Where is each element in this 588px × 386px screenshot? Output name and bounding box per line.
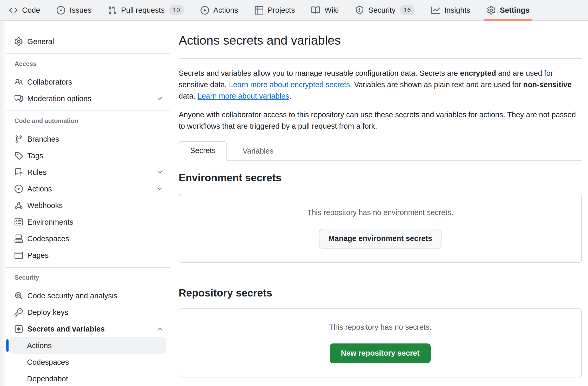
sidebar-section-access: Access xyxy=(0,60,177,67)
nav-tab-settings[interactable]: Settings xyxy=(482,0,535,20)
nav-tab-label: Code xyxy=(22,6,40,15)
description-paragraph-2: Anyone with collaborator access to this … xyxy=(179,109,582,132)
chevron-down-icon xyxy=(156,169,163,176)
sidebar-item-label: Deploy keys xyxy=(27,308,68,317)
sidebar-item-label: Actions xyxy=(27,185,52,193)
secrets-variables-tabs: Secrets Variables xyxy=(179,141,582,161)
play-icon xyxy=(201,6,209,15)
sidebar-item-pages[interactable]: Pages xyxy=(0,247,177,264)
sidebar-divider xyxy=(6,53,170,54)
sidebar-subitem-label: Dependabot xyxy=(27,375,68,383)
tab-secrets[interactable]: Secrets xyxy=(179,141,227,161)
sidebar-item-label: Secrets and variables xyxy=(27,325,105,333)
description-paragraph-1: Secrets and variables allow you to manag… xyxy=(179,67,582,102)
gear-icon xyxy=(487,6,496,15)
nav-tab-security[interactable]: Security 16 xyxy=(350,0,420,20)
sidebar-item-label: Rules xyxy=(27,168,46,177)
nav-tab-label: Insights xyxy=(444,6,470,15)
main-content: Actions secrets and variables Secrets an… xyxy=(179,21,582,377)
new-repository-secret-button[interactable]: New repository secret xyxy=(330,343,430,363)
environment-secrets-empty-box: This repository has no environment secre… xyxy=(179,194,582,263)
security-count-badge: 16 xyxy=(400,5,415,15)
sidebar-item-code-security-and-analysis[interactable]: Code security and analysis xyxy=(0,287,177,304)
description-bold-non-sensitive: non-sensitive xyxy=(523,80,572,89)
sidebar-item-label: Pages xyxy=(27,251,49,260)
issue-opened-icon xyxy=(57,6,65,15)
nav-tab-code[interactable]: Code xyxy=(4,0,45,20)
sidebar-subitem-label: Codespaces xyxy=(27,358,69,367)
sidebar-item-label: Webhooks xyxy=(27,201,63,210)
manage-environment-secrets-button[interactable]: Manage environment secrets xyxy=(319,229,442,249)
sidebar-item-label: Code security and analysis xyxy=(27,292,117,300)
learn-more-encrypted-secrets-link[interactable]: Learn more about encrypted secrets xyxy=(229,80,350,89)
nav-tab-label: Wiki xyxy=(324,6,339,15)
repository-secrets-empty-text: This repository has no secrets. xyxy=(329,323,432,332)
table-icon xyxy=(255,6,263,15)
nav-tab-label: Settings xyxy=(500,6,530,15)
sidebar-subitem-actions[interactable]: Actions xyxy=(10,337,166,354)
nav-tab-label: Issues xyxy=(70,6,91,15)
chevron-down-icon xyxy=(156,95,163,102)
nav-tab-wiki[interactable]: Wiki xyxy=(306,0,344,20)
sidebar-item-label: Environments xyxy=(27,218,73,226)
sidebar-item-tags[interactable]: Tags xyxy=(0,147,177,164)
description-bold-encrypted: encrypted xyxy=(460,69,496,77)
tag-icon xyxy=(15,151,23,160)
graph-icon xyxy=(431,6,440,15)
sidebar-item-actions[interactable]: Actions xyxy=(0,181,177,197)
sidebar-item-label: Moderation options xyxy=(27,94,91,103)
nav-tab-label: Pull requests xyxy=(121,6,165,15)
codespaces-icon xyxy=(15,235,23,243)
nav-tab-label: Actions xyxy=(213,6,238,15)
browser-icon xyxy=(15,251,23,259)
sidebar-item-secrets-and-variables[interactable]: Secrets and variables xyxy=(0,321,177,337)
description-text: . xyxy=(289,92,291,100)
book-icon xyxy=(311,6,320,15)
settings-sidebar: General Access Collaborators Moderation … xyxy=(0,21,177,386)
git-pull-request-icon xyxy=(108,6,117,15)
description-text: Secrets and variables allow you to manag… xyxy=(179,69,460,77)
pull-requests-count-badge: 10 xyxy=(169,5,184,15)
chevron-down-icon xyxy=(156,185,163,192)
title-divider xyxy=(179,58,582,59)
sidebar-item-webhooks[interactable]: Webhooks xyxy=(0,197,177,214)
repository-secrets-heading: Repository secrets xyxy=(179,287,582,299)
webhook-icon xyxy=(15,201,23,210)
sidebar-subitem-label: Actions xyxy=(27,341,52,350)
nav-tab-issues[interactable]: Issues xyxy=(51,0,97,20)
learn-more-variables-link[interactable]: Learn more about variables xyxy=(198,92,289,100)
sidebar-item-label: Branches xyxy=(27,135,59,143)
environment-secrets-empty-text: This repository has no environment secre… xyxy=(307,208,453,217)
git-branch-icon xyxy=(15,135,23,143)
sidebar-item-environments[interactable]: Environments xyxy=(0,214,177,230)
sidebar-item-label: General xyxy=(27,37,54,46)
nav-tab-projects[interactable]: Projects xyxy=(249,0,300,20)
chevron-up-icon xyxy=(156,326,163,332)
sidebar-item-label: Collaborators xyxy=(27,78,72,86)
sidebar-item-codespaces[interactable]: Codespaces xyxy=(0,230,177,247)
sidebar-item-rules[interactable]: Rules xyxy=(0,164,177,181)
sidebar-divider xyxy=(6,111,170,111)
sidebar-divider xyxy=(6,267,170,268)
nav-tab-insights[interactable]: Insights xyxy=(426,0,476,20)
sidebar-subitem-dependabot[interactable]: Dependabot xyxy=(10,370,166,386)
sidebar-item-deploy-keys[interactable]: Deploy keys xyxy=(0,304,177,321)
sidebar-item-moderation-options[interactable]: Moderation options xyxy=(0,90,177,107)
codescan-icon xyxy=(15,292,23,300)
sidebar-subitem-codespaces[interactable]: Codespaces xyxy=(10,354,166,370)
sidebar-item-label: Codespaces xyxy=(27,235,69,243)
repo-push-icon xyxy=(15,168,23,176)
nav-tab-pull-requests[interactable]: Pull requests 10 xyxy=(103,0,189,20)
sidebar-item-general[interactable]: General xyxy=(0,33,177,50)
shield-icon xyxy=(355,6,364,15)
sidebar-item-collaborators[interactable]: Collaborators xyxy=(0,74,177,90)
comment-discussion-icon xyxy=(15,94,23,103)
nav-tab-label: Projects xyxy=(268,6,295,15)
tab-variables[interactable]: Variables xyxy=(232,142,284,160)
sidebar-item-branches[interactable]: Branches xyxy=(0,131,177,147)
play-icon xyxy=(15,185,23,193)
repo-nav: Code Issues Pull requests 10 Actions Pro… xyxy=(0,0,588,21)
nav-tab-actions[interactable]: Actions xyxy=(195,0,244,20)
environment-secrets-heading: Environment secrets xyxy=(179,172,582,183)
code-icon xyxy=(9,6,18,15)
